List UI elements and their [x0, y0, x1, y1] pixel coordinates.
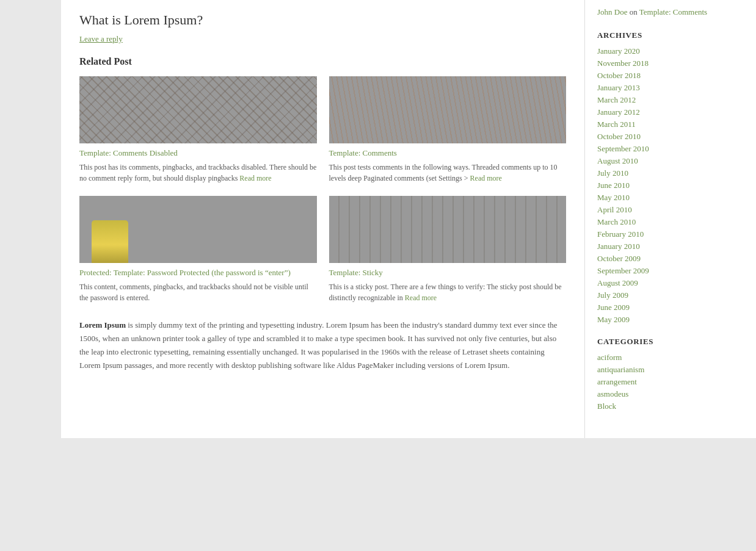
archive-link[interactable]: January 2013 — [597, 83, 640, 92]
leave-reply-link[interactable]: Leave a reply — [79, 34, 123, 43]
list-item: July 2010 — [597, 168, 744, 178]
archives-list: January 2020November 2018October 2018Jan… — [597, 46, 744, 325]
list-item: November 2018 — [597, 59, 744, 68]
list-item: February 2010 — [597, 229, 744, 239]
archive-link[interactable]: April 2010 — [597, 205, 632, 214]
category-link[interactable]: Block — [597, 402, 616, 411]
right-sidebar: John Doe on Template: Comments ARCHIVES … — [585, 0, 756, 438]
related-post-heading: Related Post — [79, 56, 566, 67]
related-post-item: Template: CommentsThis post tests commen… — [329, 76, 567, 184]
post-title-link[interactable]: Protected: Template: Password Protected … — [79, 268, 291, 277]
list-item: Block — [597, 402, 744, 411]
archive-link[interactable]: July 2009 — [597, 290, 628, 300]
archive-link[interactable]: January 2012 — [597, 107, 640, 117]
archive-link[interactable]: August 2009 — [597, 278, 638, 287]
archive-link[interactable]: September 2010 — [597, 144, 649, 153]
list-item: aciform — [597, 353, 744, 362]
archive-link[interactable]: July 2010 — [597, 168, 628, 178]
list-item: October 2009 — [597, 254, 744, 264]
archive-link[interactable]: October 2018 — [597, 71, 641, 80]
list-item: April 2010 — [597, 205, 744, 215]
list-item: May 2010 — [597, 193, 744, 203]
list-item: asmodeus — [597, 389, 744, 399]
related-post-item: Protected: Template: Password Protected … — [79, 196, 317, 303]
comment-on-text: on — [630, 7, 639, 16]
sidebar-comment: John Doe on Template: Comments — [597, 6, 744, 18]
archive-link[interactable]: November 2018 — [597, 59, 649, 68]
archive-link[interactable]: September 2009 — [597, 266, 649, 275]
page-title: What is Lorem Ipsum? — [79, 12, 566, 28]
post-excerpt: This content, comments, pingbacks, and t… — [79, 281, 317, 303]
lorem-section: Lorem Ipsum is simply dummy text of the … — [79, 319, 566, 372]
categories-title: CATEGORIES — [597, 337, 744, 347]
post-thumbnail — [79, 196, 317, 263]
read-more-link[interactable]: Read more — [405, 294, 437, 302]
archive-link[interactable]: May 2010 — [597, 193, 630, 202]
list-item: January 2012 — [597, 107, 744, 117]
post-title-link[interactable]: Template: Comments Disabled — [79, 148, 178, 157]
list-item: January 2020 — [597, 46, 744, 56]
category-link[interactable]: arrangement — [597, 377, 637, 386]
post-title-link[interactable]: Template: Sticky — [329, 268, 383, 277]
list-item: January 2013 — [597, 83, 744, 93]
post-thumbnail — [329, 76, 567, 143]
archive-link[interactable]: October 2009 — [597, 254, 641, 263]
category-link[interactable]: aciform — [597, 353, 622, 362]
comment-author-link[interactable]: John Doe — [597, 7, 627, 16]
main-content: What is Lorem Ipsum? Leave a reply Relat… — [61, 0, 585, 438]
archive-link[interactable]: February 2010 — [597, 229, 644, 239]
list-item: March 2011 — [597, 120, 744, 129]
category-link[interactable]: antiquarianism — [597, 365, 644, 374]
post-title-link[interactable]: Template: Comments — [329, 148, 397, 157]
archive-link[interactable]: October 2010 — [597, 132, 641, 141]
archive-link[interactable]: January 2010 — [597, 242, 640, 251]
list-item: August 2009 — [597, 278, 744, 288]
related-posts-grid: Template: Comments DisabledThis post has… — [79, 76, 566, 303]
list-item: June 2010 — [597, 181, 744, 190]
read-more-link[interactable]: Read more — [239, 174, 271, 182]
archive-link[interactable]: January 2020 — [597, 46, 640, 56]
archive-link[interactable]: March 2010 — [597, 217, 636, 226]
archive-link[interactable]: March 2012 — [597, 95, 636, 104]
list-item: September 2009 — [597, 266, 744, 276]
list-item: June 2009 — [597, 303, 744, 312]
list-item: May 2009 — [597, 315, 744, 325]
list-item: October 2010 — [597, 132, 744, 142]
list-item: January 2010 — [597, 242, 744, 251]
list-item: March 2012 — [597, 95, 744, 105]
list-item: antiquarianism — [597, 365, 744, 375]
list-item: arrangement — [597, 377, 744, 387]
list-item: September 2010 — [597, 144, 744, 154]
left-sidebar — [0, 0, 61, 438]
post-excerpt: This is a sticky post. There are a few t… — [329, 281, 567, 303]
archive-link[interactable]: June 2009 — [597, 303, 630, 312]
list-item: March 2010 — [597, 217, 744, 227]
categories-list: aciformantiquarianismarrangementasmodeus… — [597, 353, 744, 411]
read-more-link[interactable]: Read more — [470, 174, 502, 182]
related-post-item: Template: Comments DisabledThis post has… — [79, 76, 317, 184]
category-link[interactable]: asmodeus — [597, 389, 628, 398]
archive-link[interactable]: March 2011 — [597, 120, 636, 129]
list-item: August 2010 — [597, 156, 744, 166]
archive-link[interactable]: June 2010 — [597, 181, 630, 190]
archive-link[interactable]: August 2010 — [597, 156, 638, 165]
post-excerpt: This post tests comments in the followin… — [329, 162, 567, 184]
post-thumbnail — [79, 76, 317, 143]
comment-post-link[interactable]: Template: Comments — [639, 7, 707, 16]
related-post-item: Template: StickyThis is a sticky post. T… — [329, 196, 567, 303]
list-item: July 2009 — [597, 290, 744, 300]
archive-link[interactable]: May 2009 — [597, 315, 630, 324]
list-item: October 2018 — [597, 71, 744, 81]
post-excerpt: This post has its comments, pingbacks, a… — [79, 162, 317, 184]
leave-reply: Leave a reply — [79, 34, 566, 44]
archives-title: ARCHIVES — [597, 31, 744, 40]
post-thumbnail — [329, 196, 567, 263]
